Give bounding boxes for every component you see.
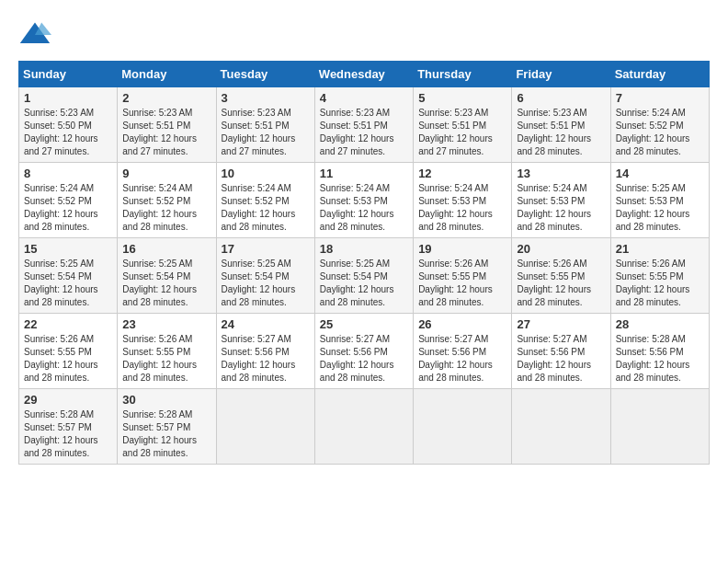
calendar-day-cell: 14 Sunrise: 5:25 AMSunset: 5:53 PMDaylig…: [610, 163, 709, 238]
day-number: 12: [418, 167, 506, 180]
calendar-day-cell: 17 Sunrise: 5:25 AMSunset: 5:54 PMDaylig…: [216, 238, 314, 314]
day-info: Sunrise: 5:24 AMSunset: 5:52 PMDaylight:…: [222, 183, 296, 232]
day-number: 25: [320, 317, 408, 331]
day-number: 9: [122, 167, 210, 180]
day-info: Sunrise: 5:28 AMSunset: 5:56 PMDaylight:…: [616, 334, 690, 383]
day-info: Sunrise: 5:25 AMSunset: 5:54 PMDaylight:…: [320, 259, 394, 307]
day-number: 26: [418, 317, 506, 331]
calendar-day-cell: 3 Sunrise: 5:23 AMSunset: 5:51 PMDayligh…: [216, 87, 314, 163]
day-number: 28: [616, 317, 704, 331]
day-number: 20: [517, 242, 605, 256]
weekday-header: Tuesday: [216, 62, 314, 87]
day-info: Sunrise: 5:26 AMSunset: 5:55 PMDaylight:…: [616, 259, 690, 307]
calendar-day-cell: 21 Sunrise: 5:26 AMSunset: 5:55 PMDaylig…: [610, 238, 709, 314]
day-info: Sunrise: 5:23 AMSunset: 5:51 PMDaylight:…: [320, 108, 394, 156]
day-info: Sunrise: 5:27 AMSunset: 5:56 PMDaylight:…: [320, 334, 394, 383]
day-info: Sunrise: 5:27 AMSunset: 5:56 PMDaylight:…: [517, 334, 591, 383]
weekday-header: Friday: [512, 62, 610, 87]
calendar-day-cell: 27 Sunrise: 5:27 AMSunset: 5:56 PMDaylig…: [512, 314, 610, 389]
calendar-day-cell: 18 Sunrise: 5:25 AMSunset: 5:54 PMDaylig…: [314, 238, 413, 314]
weekday-header: Sunday: [19, 62, 118, 87]
day-number: 1: [24, 91, 112, 105]
calendar-week-row: 15 Sunrise: 5:25 AMSunset: 5:54 PMDaylig…: [19, 238, 710, 314]
calendar-day-cell: 26 Sunrise: 5:27 AMSunset: 5:56 PMDaylig…: [414, 314, 512, 389]
calendar-day-cell: 25 Sunrise: 5:27 AMSunset: 5:56 PMDaylig…: [314, 314, 413, 389]
calendar-day-cell: [512, 389, 610, 465]
day-info: Sunrise: 5:23 AMSunset: 5:51 PMDaylight:…: [418, 108, 493, 156]
calendar-week-row: 29 Sunrise: 5:28 AMSunset: 5:57 PMDaylig…: [19, 389, 710, 465]
day-number: 2: [122, 91, 210, 105]
day-number: 4: [320, 91, 408, 105]
logo: [18, 18, 55, 52]
calendar-day-cell: 15 Sunrise: 5:25 AMSunset: 5:54 PMDaylig…: [19, 238, 118, 314]
day-info: Sunrise: 5:24 AMSunset: 5:52 PMDaylight:…: [24, 183, 98, 232]
calendar-week-row: 1 Sunrise: 5:23 AMSunset: 5:50 PMDayligh…: [19, 87, 710, 163]
day-info: Sunrise: 5:25 AMSunset: 5:54 PMDaylight:…: [222, 259, 296, 307]
calendar-day-cell: 23 Sunrise: 5:26 AMSunset: 5:55 PMDaylig…: [118, 314, 216, 389]
day-number: 27: [517, 317, 605, 331]
day-info: Sunrise: 5:24 AMSunset: 5:53 PMDaylight:…: [517, 183, 591, 232]
day-number: 17: [222, 242, 310, 256]
calendar-header-row: SundayMondayTuesdayWednesdayThursdayFrid…: [19, 62, 710, 87]
calendar-day-cell: 8 Sunrise: 5:24 AMSunset: 5:52 PMDayligh…: [19, 163, 118, 238]
day-number: 5: [418, 91, 506, 105]
day-number: 23: [122, 317, 210, 331]
day-info: Sunrise: 5:25 AMSunset: 5:53 PMDaylight:…: [616, 183, 690, 232]
day-number: 15: [24, 242, 112, 256]
calendar-day-cell: 9 Sunrise: 5:24 AMSunset: 5:52 PMDayligh…: [118, 163, 216, 238]
calendar-day-cell: 28 Sunrise: 5:28 AMSunset: 5:56 PMDaylig…: [610, 314, 709, 389]
day-number: 21: [616, 242, 704, 256]
day-number: 10: [222, 167, 310, 180]
calendar-day-cell: [216, 389, 314, 465]
day-info: Sunrise: 5:23 AMSunset: 5:50 PMDaylight:…: [24, 108, 98, 156]
calendar-day-cell: [314, 389, 413, 465]
day-number: 14: [616, 167, 704, 180]
calendar-day-cell: 22 Sunrise: 5:26 AMSunset: 5:55 PMDaylig…: [19, 314, 118, 389]
calendar-week-row: 8 Sunrise: 5:24 AMSunset: 5:52 PMDayligh…: [19, 163, 710, 238]
calendar-day-cell: 20 Sunrise: 5:26 AMSunset: 5:55 PMDaylig…: [512, 238, 610, 314]
calendar-day-cell: 7 Sunrise: 5:24 AMSunset: 5:52 PMDayligh…: [610, 87, 709, 163]
weekday-header: Thursday: [414, 62, 512, 87]
calendar-day-cell: 5 Sunrise: 5:23 AMSunset: 5:51 PMDayligh…: [414, 87, 512, 163]
day-number: 11: [320, 167, 408, 180]
calendar-day-cell: [414, 389, 512, 465]
day-number: 16: [122, 242, 210, 256]
day-number: 6: [517, 91, 605, 105]
calendar-day-cell: 30 Sunrise: 5:28 AMSunset: 5:57 PMDaylig…: [118, 389, 216, 465]
day-info: Sunrise: 5:25 AMSunset: 5:54 PMDaylight:…: [122, 259, 197, 307]
calendar-day-cell: 29 Sunrise: 5:28 AMSunset: 5:57 PMDaylig…: [19, 389, 118, 465]
day-info: Sunrise: 5:23 AMSunset: 5:51 PMDaylight:…: [222, 108, 296, 156]
day-info: Sunrise: 5:27 AMSunset: 5:56 PMDaylight:…: [222, 334, 296, 383]
day-info: Sunrise: 5:28 AMSunset: 5:57 PMDaylight:…: [24, 409, 98, 458]
calendar-day-cell: 16 Sunrise: 5:25 AMSunset: 5:54 PMDaylig…: [118, 238, 216, 314]
day-info: Sunrise: 5:23 AMSunset: 5:51 PMDaylight:…: [122, 108, 197, 156]
day-info: Sunrise: 5:28 AMSunset: 5:57 PMDaylight:…: [122, 409, 197, 458]
day-info: Sunrise: 5:24 AMSunset: 5:52 PMDaylight:…: [616, 108, 690, 156]
day-number: 3: [222, 91, 310, 105]
day-info: Sunrise: 5:26 AMSunset: 5:55 PMDaylight:…: [122, 334, 197, 383]
day-number: 24: [222, 317, 310, 331]
day-number: 18: [320, 242, 408, 256]
day-number: 22: [24, 317, 112, 331]
calendar-week-row: 22 Sunrise: 5:26 AMSunset: 5:55 PMDaylig…: [19, 314, 710, 389]
calendar-day-cell: 11 Sunrise: 5:24 AMSunset: 5:53 PMDaylig…: [314, 163, 413, 238]
day-number: 19: [418, 242, 506, 256]
day-number: 13: [517, 167, 605, 180]
calendar-day-cell: 10 Sunrise: 5:24 AMSunset: 5:52 PMDaylig…: [216, 163, 314, 238]
weekday-header: Wednesday: [314, 62, 413, 87]
day-info: Sunrise: 5:24 AMSunset: 5:52 PMDaylight:…: [122, 183, 197, 232]
logo-icon: [18, 18, 51, 52]
calendar-day-cell: 4 Sunrise: 5:23 AMSunset: 5:51 PMDayligh…: [314, 87, 413, 163]
calendar-day-cell: 24 Sunrise: 5:27 AMSunset: 5:56 PMDaylig…: [216, 314, 314, 389]
day-info: Sunrise: 5:25 AMSunset: 5:54 PMDaylight:…: [24, 259, 98, 307]
day-number: 8: [24, 167, 112, 180]
calendar-day-cell: 1 Sunrise: 5:23 AMSunset: 5:50 PMDayligh…: [19, 87, 118, 163]
day-number: 30: [122, 393, 210, 407]
day-info: Sunrise: 5:26 AMSunset: 5:55 PMDaylight:…: [24, 334, 98, 383]
day-info: Sunrise: 5:23 AMSunset: 5:51 PMDaylight:…: [517, 108, 591, 156]
calendar-day-cell: 6 Sunrise: 5:23 AMSunset: 5:51 PMDayligh…: [512, 87, 610, 163]
day-info: Sunrise: 5:24 AMSunset: 5:53 PMDaylight:…: [320, 183, 394, 232]
calendar-table: SundayMondayTuesdayWednesdayThursdayFrid…: [18, 61, 710, 465]
day-number: 29: [24, 393, 112, 407]
calendar-day-cell: 13 Sunrise: 5:24 AMSunset: 5:53 PMDaylig…: [512, 163, 610, 238]
